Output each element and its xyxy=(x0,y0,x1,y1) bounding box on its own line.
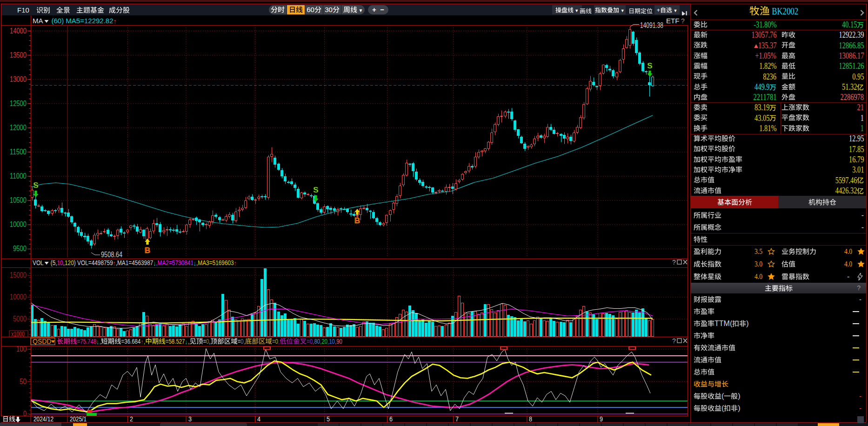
svg-text:50: 50 xyxy=(20,378,27,386)
svg-text:10000: 10000 xyxy=(10,220,27,228)
svg-text:↑: ↑ xyxy=(234,259,237,267)
svg-text:80: 80 xyxy=(314,338,320,345)
svg-text:↑: ↑ xyxy=(140,338,143,346)
svg-text:?: ? xyxy=(672,259,676,266)
svg-text:?: ? xyxy=(681,17,685,25)
svg-text:2024/12: 2024/12 xyxy=(33,415,53,423)
svg-text:2025/1: 2025/1 xyxy=(70,415,87,423)
svg-text:S: S xyxy=(313,186,318,194)
svg-text:15000: 15000 xyxy=(10,271,27,279)
svg-text:,MA2=5730841: ,MA2=5730841 xyxy=(156,259,194,266)
svg-text:10000: 10000 xyxy=(10,293,27,301)
svg-text:) VOL=4498759: ) VOL=4498759 xyxy=(74,259,113,266)
svg-text:S: S xyxy=(33,181,38,190)
svg-text:=75.748: =75.748 xyxy=(77,338,97,345)
svg-text:,: , xyxy=(209,338,211,345)
svg-text:9508.64: 9508.64 xyxy=(101,250,122,259)
svg-text:↓: ↓ xyxy=(96,338,99,346)
svg-text:=: = xyxy=(203,338,206,345)
svg-text:,MA1=4563987: ,MA1=4563987 xyxy=(116,259,154,266)
svg-text:10: 10 xyxy=(57,259,63,266)
svg-text:S: S xyxy=(647,61,652,70)
svg-text:(60) MA5=12292.82: (60) MA5=12292.82 xyxy=(52,17,114,25)
svg-text:x1000: x1000 xyxy=(11,330,25,338)
svg-text:5: 5 xyxy=(327,415,330,423)
svg-text:14091.38: 14091.38 xyxy=(640,21,663,30)
svg-text:,: , xyxy=(188,338,189,345)
svg-text:(5,: (5, xyxy=(51,259,57,266)
svg-text:2: 2 xyxy=(130,415,133,423)
svg-text:,MA3=5169603: ,MA3=5169603 xyxy=(196,259,234,266)
svg-text:11500: 11500 xyxy=(10,148,27,156)
svg-text:?: ? xyxy=(672,337,676,345)
svg-text:ETF: ETF xyxy=(666,17,679,25)
svg-text:,: , xyxy=(278,338,280,345)
svg-text:13000: 13000 xyxy=(10,75,27,83)
svg-text:12500: 12500 xyxy=(10,100,27,107)
svg-text:↓: ↓ xyxy=(185,338,188,346)
svg-text:MA: MA xyxy=(33,17,43,25)
svg-text:,: , xyxy=(100,338,101,345)
svg-text:=0: =0 xyxy=(272,338,278,345)
svg-text:20: 20 xyxy=(321,338,327,345)
svg-text:↑: ↑ xyxy=(114,17,117,25)
svg-text:10500: 10500 xyxy=(10,196,27,204)
svg-text:90: 90 xyxy=(336,338,342,345)
svg-text:10: 10 xyxy=(329,338,335,345)
svg-text:=36.684: =36.684 xyxy=(121,338,141,345)
svg-text:B: B xyxy=(145,246,150,255)
svg-text:5000: 5000 xyxy=(13,315,27,323)
svg-text:3: 3 xyxy=(188,415,192,423)
svg-text:=0: =0 xyxy=(307,338,313,345)
svg-text:100: 100 xyxy=(16,345,27,353)
svg-text:,: , xyxy=(144,338,145,345)
svg-text:14000: 14000 xyxy=(10,27,27,35)
svg-text:11000: 11000 xyxy=(10,172,27,180)
svg-text:13500: 13500 xyxy=(10,51,27,59)
svg-text:12000: 12000 xyxy=(10,124,27,132)
svg-text:VOL: VOL xyxy=(33,259,44,266)
svg-text:=58.527: =58.527 xyxy=(166,338,185,345)
svg-text:B: B xyxy=(354,216,360,225)
svg-text:,: , xyxy=(244,338,245,345)
svg-text:9: 9 xyxy=(600,415,603,423)
svg-text:QSDD: QSDD xyxy=(33,338,51,345)
svg-text:7: 7 xyxy=(455,415,459,423)
svg-text:8: 8 xyxy=(529,415,532,423)
svg-text:120: 120 xyxy=(65,259,74,266)
svg-text:6: 6 xyxy=(389,415,393,423)
svg-text:4: 4 xyxy=(257,415,260,423)
svg-text:9500: 9500 xyxy=(13,245,27,253)
